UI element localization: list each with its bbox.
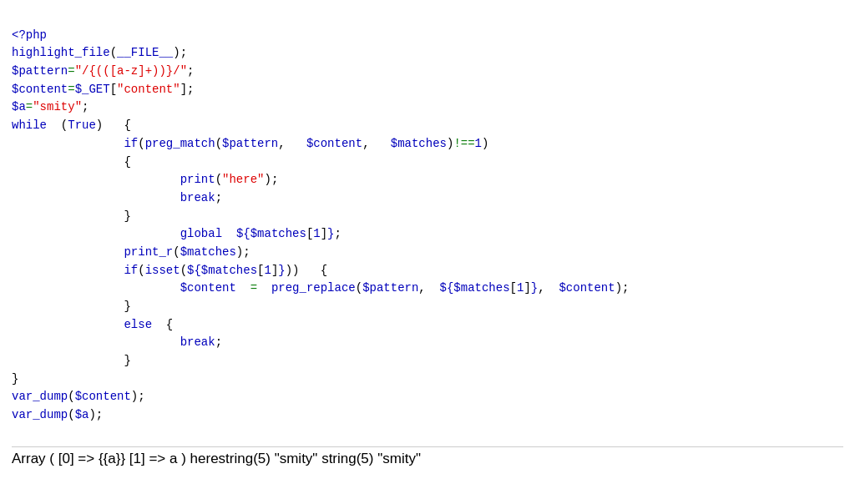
php-open-tag: <?php — [12, 28, 47, 42]
output-line: Array ( [0] => {{a}} [1] => a ) herestri… — [12, 446, 843, 467]
highlight-file-call: highlight_file — [12, 46, 110, 59]
code-block: <?php highlight_file(__FILE__); $pattern… — [12, 8, 843, 443]
code-container: <?php highlight_file(__FILE__); $pattern… — [12, 8, 843, 467]
